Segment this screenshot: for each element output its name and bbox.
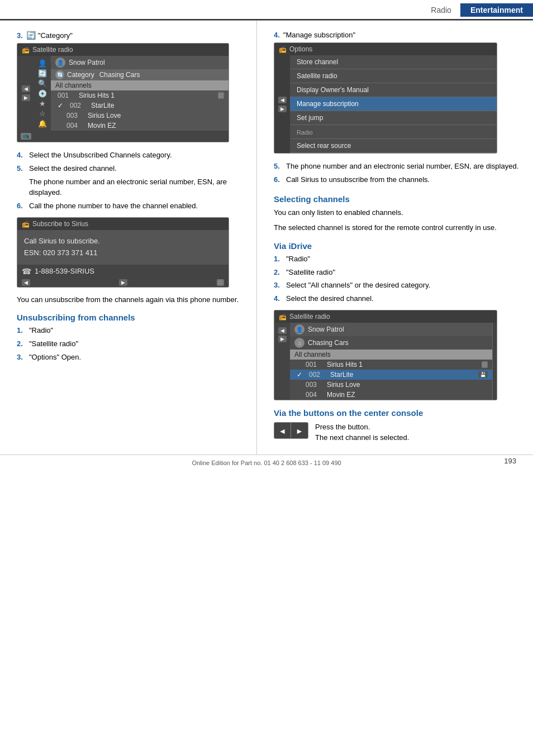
step4-text: Select the Unsubscribed Channels categor… xyxy=(29,150,172,161)
page-header: Radio Entertainment xyxy=(0,0,533,20)
sat-icon-star1: ★ xyxy=(39,100,46,107)
sat-nav-row: ◀ ▶ 👤 🔄 🔍 💿 ★ ☆ 🔔 👤 Snow Patrol xyxy=(17,56,229,131)
sat2-highlight-icon: 💾 xyxy=(478,371,488,378)
channel-row-003[interactable]: 003 Sirius Love xyxy=(51,111,229,121)
options-row-satellite[interactable]: Satellite radio xyxy=(290,69,497,83)
subscribe-title-icon: 📻 xyxy=(22,221,30,228)
step5-subtext: The phone number and an electronic seria… xyxy=(29,177,245,198)
sat-icon-star2: ☆ xyxy=(39,110,46,117)
idrive4-item: 4. Select the desired channel. xyxy=(274,294,522,304)
sat-category-label: Category xyxy=(67,71,94,79)
options-nav-right[interactable]: ▶ xyxy=(278,106,287,112)
step4-item: 4. Select the Unsubscribed Channels cate… xyxy=(17,150,245,161)
idrive2-text: "Satellite radio" xyxy=(286,267,335,278)
sat2-end-icon: □ xyxy=(482,361,488,368)
sat-song-name: Chasing Cars xyxy=(99,71,140,79)
footer-text: Online Edition for Part no. 01 40 2 608 … xyxy=(192,460,341,466)
step6-right-num: 6. xyxy=(274,175,286,185)
channel-num-002: 002 xyxy=(70,102,88,109)
subscribe-body: Call Sirius to subscribe. ESN: 020 373 3… xyxy=(17,230,229,265)
channel-row-002[interactable]: ✓ 002 StarLite xyxy=(51,101,229,111)
idrive4-text: Select the desired channel. xyxy=(286,294,374,304)
sat2-title-text: Satellite radio xyxy=(289,313,330,320)
page-footer: Online Edition for Part no. 01 40 2 608 … xyxy=(0,454,533,470)
unsubscribe-para: You can unsubscribe from the channels ag… xyxy=(17,294,245,305)
category-reload-icon: 🔄 xyxy=(55,70,64,79)
sat2-channel-row-003[interactable]: 003 Sirius Love xyxy=(290,380,492,390)
options-ui: 📻 Options ◀ ▶ Store channel Satellite ra… xyxy=(274,42,497,154)
idrive3-item: 3. Select "All channels" or the desired … xyxy=(274,280,522,291)
sat2-nav-left[interactable]: ◀ xyxy=(278,327,287,334)
console-press-text: Press the button. xyxy=(315,422,409,433)
channel-row-004[interactable]: 004 Movin EZ xyxy=(51,121,229,131)
subscribe-screen-icon: □ xyxy=(217,279,224,286)
sat2-channel-name-002: StarLite xyxy=(330,371,353,379)
options-row-rear[interactable]: Select rear source xyxy=(290,139,497,153)
subscribe-nav-left[interactable]: ◀ xyxy=(22,279,30,286)
nav-left-btn[interactable]: ◀ xyxy=(22,85,30,92)
sat2-channel-row-002[interactable]: ✓ 002 StarLite 💾 xyxy=(290,370,492,380)
subscribe-line2: ESN: 020 373 371 411 xyxy=(24,247,222,259)
sat2-channel-name-001: Sirius Hits 1 xyxy=(327,361,363,369)
sat2-channel-num-001: 001 xyxy=(306,361,323,369)
step3-label: 3. 🔄 "Category" xyxy=(17,31,245,40)
options-row-setjump[interactable]: Set jump xyxy=(290,111,497,125)
sat-title-bar: 📻 Satellite radio xyxy=(17,44,229,56)
step5-right-text: The phone number and an electronic seria… xyxy=(286,161,518,172)
console-btn-text-area: Press the button. The next channel is se… xyxy=(315,422,409,443)
nav-right-btn[interactable]: ▶ xyxy=(22,94,30,101)
console-prev-btn[interactable]: ◄ xyxy=(274,423,291,439)
options-row-store[interactable]: Store channel xyxy=(290,55,497,69)
sat2-artist-row: 👤 Snow Patrol xyxy=(290,323,492,336)
subscribe-title-bar: 📻 Subscribe to Sirius xyxy=(17,218,229,230)
idrive1-text: "Radio" xyxy=(286,254,310,265)
channel-row-001[interactable]: 001 Sirius Hits 1 □ xyxy=(51,90,229,101)
sat-category-row: 🔄 Category Chasing Cars xyxy=(51,69,229,80)
step4-right-text: "Manage subscription" xyxy=(283,31,355,39)
idrive2-item: 2. "Satellite radio" xyxy=(274,267,522,278)
subscribe-title-text: Subscribe to Sirius xyxy=(32,220,88,228)
subscribe-line1: Call Sirius to subscribe. xyxy=(24,236,222,247)
subscribe-phone: 1-888-539-SIRIUS xyxy=(35,267,94,275)
selecting-p2: The selected channel is stored for the r… xyxy=(274,222,522,233)
unsub-heading: Unsubscribing from channels xyxy=(17,313,245,322)
sat-title-text: Satellite radio xyxy=(32,46,73,54)
sat2-body: ◀ ▶ 👤 Snow Patrol ♫ Chasing Cars All cha… xyxy=(274,323,497,400)
sat-artist-name: Snow Patrol xyxy=(69,59,105,66)
options-row-display[interactable]: Display Owner's Manual xyxy=(290,83,497,97)
channel-num-003: 003 xyxy=(66,112,84,119)
category-icon: 🔄 xyxy=(26,31,36,40)
unsub2-text: "Satellite radio" xyxy=(29,339,78,350)
step4-num: 4. xyxy=(17,150,29,161)
idrive2-num: 2. xyxy=(274,267,286,278)
sat2-scrollbar xyxy=(492,323,497,400)
idrive1-item: 1. "Radio" xyxy=(274,254,522,265)
via-idrive-heading: Via iDrive xyxy=(274,241,522,251)
subscribe-bottom-bar: ◀ ▶ □ xyxy=(17,278,229,287)
sat-icon-disc: 💿 xyxy=(38,90,47,97)
sat2-artist-name: Snow Patrol xyxy=(308,326,344,333)
step4-right-num: 4. xyxy=(274,31,280,39)
unsub1-num: 1. xyxy=(17,326,29,336)
options-row-manage[interactable]: Manage subscription xyxy=(290,97,497,111)
console-btn-area: ◄ ► Press the button. The next channel i… xyxy=(274,422,522,443)
sat2-nav-col: ◀ ▶ xyxy=(274,323,290,400)
artist-person-icon: 👤 xyxy=(55,58,65,68)
channel-name-004: Movin EZ xyxy=(88,122,116,130)
sat-title-icon: 📻 xyxy=(22,46,30,54)
sat2-channel-num-003: 003 xyxy=(306,381,323,389)
sat2-song-name: Chasing Cars xyxy=(308,339,349,347)
sat2-channel-row-004[interactable]: 004 Movin EZ xyxy=(290,390,492,400)
console-next-btn[interactable]: ► xyxy=(291,423,308,439)
sat2-main: 👤 Snow Patrol ♫ Chasing Cars All channel… xyxy=(290,323,492,400)
sat-nav-controls: ◀ ▶ xyxy=(17,56,34,131)
subscribe-phone-row: ☎ 1-888-539-SIRIUS xyxy=(17,265,229,278)
sat2-channel-row-001[interactable]: 001 Sirius Hits 1 □ xyxy=(290,360,492,370)
options-nav-left[interactable]: ◀ xyxy=(278,97,287,103)
satellite-radio-ui-right: 📻 Satellite radio ◀ ▶ 👤 Snow Patrol ♫ Ch… xyxy=(274,310,497,400)
subscribe-nav-right[interactable]: ▶ xyxy=(119,279,127,286)
sat2-nav-right[interactable]: ▶ xyxy=(278,336,287,342)
subscribe-ui: 📻 Subscribe to Sirius Call Sirius to sub… xyxy=(17,217,229,288)
channel-num-001: 001 xyxy=(58,92,75,99)
step6-right-item: 6. Call Sirius to unsubscribe from the c… xyxy=(274,175,522,185)
